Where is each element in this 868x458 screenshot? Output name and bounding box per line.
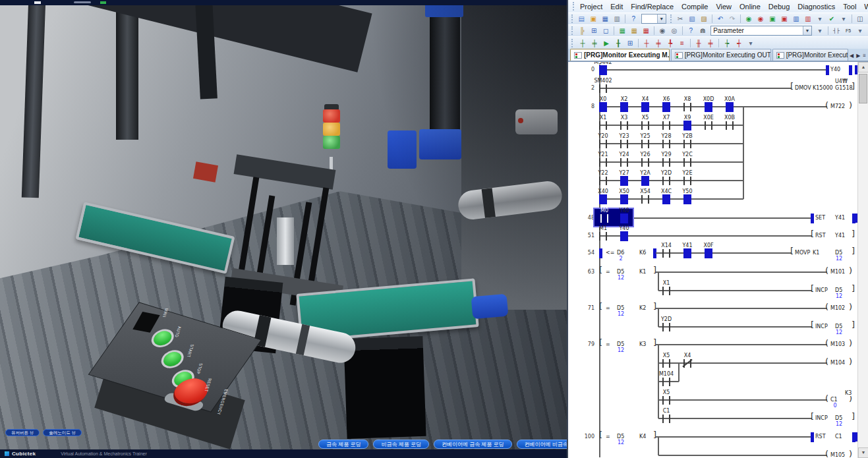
insert-coil-icon[interactable]: ╂ (612, 38, 624, 48)
start-monitor-icon[interactable]: ◉ (743, 14, 755, 24)
contact-Y2D[interactable] (669, 323, 670, 331)
toolbar-grip[interactable] (571, 39, 575, 47)
stop-button[interactable] (157, 348, 188, 371)
contact-Y22[interactable] (606, 177, 607, 185)
contact-X14[interactable] (662, 249, 664, 258)
device-comment-icon[interactable]: ▦ (616, 26, 628, 36)
window-select-combo[interactable]: Parameter ▼ (710, 26, 812, 36)
write-mode-icon[interactable]: ▥ (802, 14, 814, 24)
contact-Y2E[interactable] (683, 177, 685, 185)
operand[interactable]: D5 (617, 305, 624, 311)
contact-Y2B[interactable] (690, 140, 691, 148)
print-icon[interactable]: ▥ (611, 14, 623, 24)
contact-Y29[interactable] (669, 158, 670, 167)
coil-M105[interactable]: ) (849, 449, 852, 458)
contact-Y23[interactable] (627, 140, 628, 148)
contact-active-X6[interactable] (662, 102, 670, 112)
contact-active-Y2A[interactable] (641, 176, 649, 186)
menu-findreplace[interactable]: Find/Replace (627, 2, 678, 11)
contact-Y2B[interactable] (683, 140, 685, 148)
contact-Y2C[interactable] (683, 158, 685, 167)
load-product-button-1[interactable]: 비금속 제품 로딩 (373, 440, 428, 449)
contact-active-Y40[interactable] (620, 231, 628, 241)
contact-active-Y27[interactable] (620, 176, 628, 186)
load-product-button-0[interactable]: 금속 제품 로딩 (318, 440, 368, 449)
contact-X8[interactable] (690, 103, 691, 111)
undo-icon[interactable]: ↶ (714, 14, 726, 24)
disconnect-line-icon[interactable]: ┽ (733, 38, 745, 48)
compare-operator[interactable]: = (606, 305, 610, 311)
insert-vline-icon[interactable]: ╫ (693, 38, 705, 48)
find-combo[interactable]: ▼ (641, 14, 666, 24)
fb-contact-icon[interactable]: ┤├ (830, 26, 842, 36)
menu-view[interactable]: View (712, 2, 736, 11)
edit-cell-icon[interactable]: ⊞ (624, 38, 636, 48)
contact-Y28[interactable] (662, 140, 664, 148)
view-toggle-button-1[interactable]: 솔레노이드 뷰 (43, 429, 82, 436)
contact-Y26[interactable] (641, 158, 643, 167)
contact-Y20[interactable] (606, 140, 607, 148)
contact-X5[interactable] (662, 359, 664, 368)
chevron-down-icon[interactable]: ▼ (657, 14, 666, 23)
contact-Y21[interactable] (606, 158, 607, 167)
delete-contact-icon[interactable]: ┼ (641, 38, 652, 48)
toolbar-grip[interactable] (571, 26, 574, 35)
paste-icon[interactable]: ▨ (698, 14, 710, 24)
tab-menu-icon[interactable]: ≡ (863, 53, 866, 59)
contact-active-X0[interactable] (599, 102, 607, 112)
contact-X0B[interactable] (726, 121, 727, 130)
delete-line-icon[interactable]: ╄ (664, 38, 676, 48)
coil-M101[interactable]: ( (825, 266, 828, 275)
contact-SM402[interactable] (606, 84, 607, 93)
contact-M1[interactable] (599, 232, 600, 241)
open-icon[interactable]: ▣ (587, 14, 599, 24)
coil-M102[interactable]: ) (849, 302, 852, 312)
contact-Y2D[interactable] (662, 323, 664, 331)
overflow-chevron-icon[interactable]: ▾ (814, 26, 826, 36)
menu-window[interactable]: Window (860, 2, 868, 11)
mode-selector-switch[interactable] (132, 312, 159, 333)
load-product-button-3[interactable]: 컨베이어에 비금속 제품 로딩 (517, 440, 567, 449)
coil-M722[interactable]: ( (825, 101, 828, 110)
insert-open-contact-icon[interactable]: ┼ (577, 38, 589, 48)
operand[interactable]: K1 (639, 269, 646, 275)
help-circle-icon[interactable]: ? (685, 26, 697, 36)
tab-1[interactable]: [PRG]Monitor Executing OUTPU... (671, 49, 771, 61)
overflow-chevron-icon[interactable]: ▾ (854, 26, 866, 36)
overflow-chevron-icon[interactable]: ▾ (838, 14, 850, 24)
display-filter-icon[interactable]: ◉ (656, 26, 668, 36)
operand[interactable]: K4 (639, 434, 646, 440)
help-icon[interactable]: ? (627, 14, 639, 24)
contact-Y25[interactable] (648, 140, 649, 148)
contact-C1[interactable] (662, 415, 664, 423)
coil-M104[interactable]: ( (825, 357, 828, 366)
overflow-chevron-icon[interactable]: ▾ (745, 38, 757, 48)
contact-X54[interactable] (648, 195, 649, 204)
contact-SM402[interactable] (599, 84, 600, 93)
device-memory-icon[interactable]: ▦ (628, 26, 640, 36)
monitor-write-icon[interactable]: ▣ (778, 14, 790, 24)
operand[interactable]: D5 (617, 434, 624, 440)
contact-active-X9[interactable] (683, 121, 691, 130)
toolbar-grip[interactable] (571, 14, 573, 23)
workspace-icon[interactable]: ◻ (600, 26, 612, 36)
start-button[interactable] (147, 327, 178, 350)
contact-Y2D[interactable] (662, 177, 664, 185)
contact-active-Y41[interactable] (683, 248, 691, 258)
contact-M0[interactable] (607, 214, 608, 223)
scroll-tabs-right-icon[interactable]: ▶ (856, 53, 860, 59)
contact-M104[interactable] (669, 378, 670, 386)
contact-X14[interactable] (669, 249, 670, 258)
contact-active-X4[interactable] (641, 102, 649, 112)
compare-operator[interactable]: = (606, 434, 610, 440)
contact-Y23[interactable] (620, 140, 622, 148)
operand[interactable]: D5 (617, 269, 624, 275)
contact-X3[interactable] (627, 121, 628, 130)
contact-X1[interactable] (669, 287, 670, 295)
capture-icon[interactable]: ◫ (854, 14, 866, 24)
ladder-diagram[interactable]: 0M5442Y402SM402[DMOVK15000G1518U4₩]8X0X2… (569, 62, 859, 458)
coil-C1[interactable]: ( (825, 394, 828, 403)
contact-active-X0A[interactable] (726, 102, 734, 112)
project-tree-icon[interactable]: ╠ (576, 26, 588, 36)
contact-active-X4C[interactable] (662, 194, 670, 204)
